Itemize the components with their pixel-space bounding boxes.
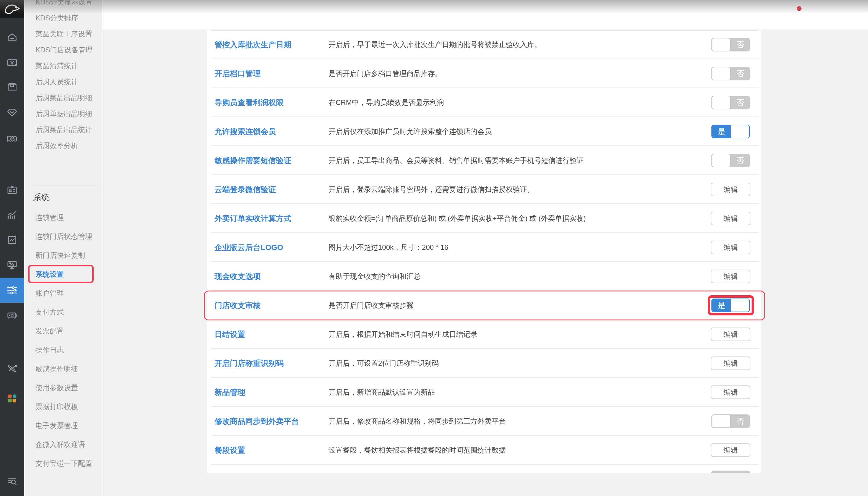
setting-link-11[interactable]: 开启门店称重识别码	[214, 358, 284, 369]
sidebar-item-kds-1[interactable]: KDS分类排序	[24, 10, 102, 26]
setting-link-0[interactable]: 管控入库批次生产日期	[214, 40, 291, 50]
edit-button[interactable]: 编辑	[711, 269, 751, 283]
sidebar-item-system-2[interactable]: 新门店快速复制	[24, 246, 102, 265]
settings-rows: 管控入库批次生产日期开启后，早于最近一次入库批次生产日期的批号将被禁止验收入库。…	[207, 30, 761, 472]
edit-button[interactable]: 编辑	[711, 327, 751, 341]
settings-row: 开启门店称重识别码开启后，可设置2位门店称重识别码编辑	[207, 349, 761, 378]
tools-icon[interactable]	[5, 362, 19, 375]
edit-button[interactable]: 编辑	[711, 183, 751, 196]
toggle-off[interactable]: 否	[711, 154, 750, 167]
setting-description: 是否开启门店收支审核步骤	[328, 300, 414, 310]
setting-description: 银豹实收金额=(订单商品原价总和) 或 (外卖单据实收+平台佣金) 或 (外卖单…	[328, 214, 586, 223]
setting-link-5[interactable]: 云端登录微信验证	[214, 184, 276, 195]
settings-row: 修改商品同步到外卖平台开启后，修改商品名称和规格，将同步到第三方外卖平台否	[207, 407, 761, 436]
sidebar-item-kds-3[interactable]: KDS门店设备管理	[24, 42, 102, 58]
sidebar-item-system-0[interactable]: 连锁管理	[24, 208, 102, 227]
stats-chart-icon[interactable]	[5, 209, 19, 222]
edit-button[interactable]: 编辑	[711, 212, 751, 225]
settings-sliders-icon[interactable]	[5, 284, 19, 297]
goods-box-icon[interactable]	[5, 81, 19, 94]
settings-row: 现金收支选项有助于现金收支的查询和汇总编辑	[207, 262, 761, 291]
member-diamond-icon[interactable]	[5, 106, 19, 119]
sidebar-item-system-13[interactable]: 支付宝碰一下配置	[24, 454, 102, 473]
sidebar-item-kds-9[interactable]: 后厨效率分析	[24, 138, 102, 154]
staff-badge-icon[interactable]	[5, 184, 19, 197]
annotation-active-menu-item	[28, 265, 94, 283]
sidebar-item-system-5[interactable]: 支付方式	[24, 303, 102, 322]
setting-link-4[interactable]: 敏感操作需要短信验证	[214, 155, 291, 166]
edit-button[interactable]: 编辑	[711, 241, 751, 254]
sidebar-item-system-12[interactable]: 企微入群欢迎语	[24, 435, 102, 454]
setting-control: 是	[711, 125, 751, 138]
sidebar-item-kds-2[interactable]: 菜品关联工序设置	[24, 26, 102, 42]
setting-description: 开启后，可设置2位门店称重识别码	[328, 359, 439, 368]
setting-link-3[interactable]: 允许搜索连锁会员	[214, 126, 276, 137]
cash-drawer-icon[interactable]	[5, 309, 19, 322]
setting-link-13[interactable]: 修改商品同步到外卖平台	[214, 416, 299, 427]
toggle-label: 否	[731, 38, 750, 51]
edit-button[interactable]: 编辑	[711, 356, 751, 370]
money-icon[interactable]	[5, 56, 19, 69]
toggle-label: 否	[731, 154, 750, 167]
setting-link-1[interactable]: 开启档口管理	[214, 68, 261, 79]
sidebar-item-system-10[interactable]: 票据打印模板	[24, 397, 102, 416]
sidebar-item-system-9[interactable]: 使用参数设置	[24, 378, 102, 397]
edit-button[interactable]: 编辑	[711, 444, 751, 457]
setting-link-8[interactable]: 现金收支选项	[214, 272, 261, 282]
toggle-off[interactable]: 否	[711, 38, 750, 51]
toggle-knob	[711, 415, 731, 428]
toggle-label: 是	[712, 125, 731, 138]
sidebar-item-kds-7[interactable]: 后厨单据出品明细	[24, 106, 102, 122]
setting-link-14[interactable]: 餐段设置	[214, 445, 245, 455]
search-list-icon[interactable]	[5, 475, 19, 488]
screen-percent-icon[interactable]	[5, 259, 19, 272]
setting-link-7[interactable]: 企业版云后台LOGO	[214, 243, 283, 253]
report-doc-icon[interactable]	[5, 233, 19, 247]
settings-row: 新品管理开启后，新增商品默认设置为新品编辑	[207, 378, 761, 407]
settings-row: 门店收支审核是否开启门店收支审核步骤是	[207, 291, 761, 320]
toggle-on[interactable]: 是	[711, 298, 750, 312]
settings-card: 管控入库批次生产日期开启后，早于最近一次入库批次生产日期的批号将被禁止验收入库。…	[207, 30, 761, 473]
setting-control: 编辑	[711, 444, 751, 457]
sidebar-item-kds-4[interactable]: 菜品沽清统计	[24, 58, 102, 74]
sidebar-item-system-1[interactable]: 连锁门店状态管理	[24, 227, 102, 246]
sidebar-item-system-8[interactable]: 敏感操作明细	[24, 359, 102, 378]
toggle-partial	[711, 470, 750, 473]
settings-row: 允许搜索连锁会员开启后仅在添加推广员时允许搜索整个连锁店的会员是	[207, 117, 761, 146]
sidebar-item-kds-5[interactable]: 后厨人员统计	[24, 74, 102, 90]
setting-description: 图片大小不超过100k，尺寸：200 * 16	[328, 243, 448, 252]
setting-link-12[interactable]: 新品管理	[214, 387, 245, 398]
setting-link-2[interactable]: 导购员查看利润权限	[214, 97, 284, 108]
toggle-label: 否	[731, 67, 750, 80]
toggle-off[interactable]: 否	[711, 67, 750, 80]
settings-row: 日结设置开启后，根据开始和结束时间自动生成日结记录编辑	[207, 320, 761, 349]
sidebar-item-kds-0[interactable]: KDS分类显示设置	[24, 0, 102, 10]
toggle-off[interactable]: 否	[711, 96, 750, 109]
setting-description: 有助于现金收支的查询和汇总	[328, 272, 421, 281]
sidebar-item-system-11[interactable]: 电子发票管理	[24, 416, 102, 435]
setting-control: 否	[711, 67, 751, 80]
toggle-on[interactable]: 是	[711, 125, 750, 138]
setting-link-9[interactable]: 门店收支审核	[214, 300, 261, 311]
sidebar-item-system-6[interactable]: 发票配置	[24, 322, 102, 341]
setting-control: 否	[711, 96, 751, 109]
apps-squares-icon[interactable]	[5, 392, 19, 405]
sidebar-item-kds-6[interactable]: 后厨菜品出品明细	[24, 90, 102, 106]
sidebar-item-kds-8[interactable]: 后厨菜品出品统计	[24, 122, 102, 138]
toggle-off[interactable]: 否	[711, 415, 750, 428]
toggle-knob	[711, 67, 731, 80]
setting-link-10[interactable]: 日结设置	[214, 329, 245, 340]
sidebar-item-system-4[interactable]: 账户管理	[24, 284, 102, 303]
sidebar-item-system-3[interactable]: 系统设置	[24, 265, 102, 284]
setting-description: 在CRM中，导购员绩效是否显示利润	[328, 98, 444, 107]
setting-link-6[interactable]: 外卖订单实收计算方式	[214, 213, 291, 224]
home-icon[interactable]	[5, 31, 19, 44]
logo-panther[interactable]	[0, 0, 24, 18]
top-header	[102, 0, 868, 30]
settings-row: 导购员查看利润权限在CRM中，导购员绩效是否显示利润否	[207, 88, 761, 117]
sidebar-item-system-7[interactable]: 操作日志	[24, 341, 102, 359]
edit-button[interactable]: 编辑	[711, 385, 751, 399]
toggle-label: 否	[731, 415, 750, 428]
setting-control: 编辑	[711, 356, 751, 370]
coupon-percent-icon[interactable]	[5, 132, 19, 145]
